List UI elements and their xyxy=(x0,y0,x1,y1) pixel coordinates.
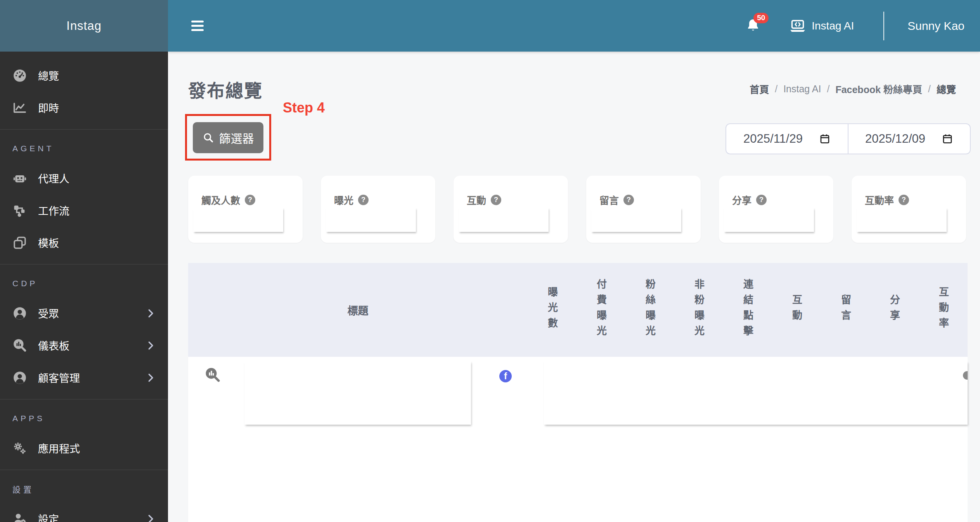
topbar: 50 Instag AI Sunny Kao xyxy=(168,0,980,52)
help-icon[interactable]: ? xyxy=(623,195,634,205)
help-icon[interactable]: ? xyxy=(245,195,255,205)
stat-value-placeholder xyxy=(459,207,549,232)
sidebar-nav: 總覽 即時 AGENT 代理人 工作流 xyxy=(0,52,168,522)
sidebar-item-customer-management[interactable]: 顧客管理 xyxy=(0,361,168,394)
instag-ai-label: Instag AI xyxy=(812,20,854,32)
sidebar-item-label: 受眾 xyxy=(38,306,59,321)
sidebar-item-settings[interactable]: 設定 xyxy=(0,503,168,522)
facebook-icon: f xyxy=(499,370,512,382)
help-icon[interactable]: ? xyxy=(358,195,369,205)
sidebar-section-settings: 設置 xyxy=(0,475,168,503)
page-title: 發布總覽 xyxy=(188,76,263,102)
start-date-input[interactable]: 2025/11/29 xyxy=(725,123,848,154)
sidebar-item-templates[interactable]: 模板 xyxy=(0,226,168,259)
sidebar-item-audience[interactable]: 受眾 xyxy=(0,297,168,329)
sidebar-item-label: 模板 xyxy=(38,235,59,250)
chevron-right-icon xyxy=(145,340,156,351)
end-date-input[interactable]: 2025/12/09 xyxy=(848,123,971,154)
breadcrumb-separator: / xyxy=(928,83,931,95)
help-icon[interactable]: ? xyxy=(491,195,501,205)
sidebar-item-label: 顧客管理 xyxy=(38,370,80,385)
table-header: 標題 曝光數 付費曝光 粉絲曝光 非粉曝光 連結點擊 互動 留言 分享 互動率 xyxy=(188,263,968,357)
sidebar-item-label: 代理人 xyxy=(38,171,69,186)
column-header-impressions: 曝光數 xyxy=(528,263,577,357)
date-range-picker: 2025/11/29 2025/12/09 xyxy=(725,123,971,154)
chevron-right-icon xyxy=(145,513,156,522)
chevron-right-icon xyxy=(145,308,156,319)
end-date-value: 2025/12/09 xyxy=(865,132,925,146)
stat-card-label: 觸及人數 xyxy=(201,193,240,207)
stat-card-label: 留言 xyxy=(599,193,619,207)
analytics-search-icon[interactable] xyxy=(204,367,221,383)
sidebar-divider xyxy=(0,399,168,399)
stat-cards: 觸及人數? 曝光? 互動? 留言? 分享? 互動率? xyxy=(188,176,966,243)
sidebar-section-agent: AGENT xyxy=(0,135,168,162)
sidebar-item-label: 總覽 xyxy=(38,68,59,83)
search-icon xyxy=(203,132,214,143)
stat-card-label: 互動 xyxy=(467,193,486,207)
breadcrumb-home[interactable]: 首頁 xyxy=(750,82,769,96)
sidebar-item-label: 工作流 xyxy=(38,203,69,218)
topbar-divider xyxy=(883,12,884,40)
column-header-nonfan-impressions: 非粉曝光 xyxy=(674,263,723,357)
table-row: f xyxy=(188,357,968,522)
stat-card-comments: 留言? xyxy=(586,176,701,243)
calendar-icon[interactable] xyxy=(942,133,953,145)
brand-logo[interactable]: Instag xyxy=(0,0,168,52)
column-header-fan-impressions: 粉絲曝光 xyxy=(625,263,674,357)
start-date-value: 2025/11/29 xyxy=(743,132,803,146)
dashboard-gauge-icon xyxy=(12,68,29,83)
app-root: Instag 總覽 即時 AGENT 代理人 xyxy=(0,0,980,522)
sidebar-item-label: 應用程式 xyxy=(38,441,80,456)
sidebar-divider xyxy=(0,129,168,130)
notifications-button[interactable]: 50 xyxy=(746,17,761,35)
stat-value-placeholder xyxy=(326,207,416,232)
stat-card-engagement-rate: 互動率? xyxy=(852,176,966,243)
gears-icon xyxy=(12,441,29,456)
sidebar-item-workflow[interactable]: 工作流 xyxy=(0,194,168,226)
post-title-placeholder xyxy=(244,361,471,425)
sidebar-item-agents[interactable]: 代理人 xyxy=(0,162,168,194)
column-header-engagement: 互動 xyxy=(772,263,821,357)
stat-card-reach: 觸及人數? xyxy=(188,176,303,243)
column-header-engagement-rate: 互動率 xyxy=(919,263,968,357)
sidebar-item-applications[interactable]: 應用程式 xyxy=(0,432,168,464)
help-icon[interactable]: ? xyxy=(756,195,767,205)
help-icon[interactable]: ? xyxy=(899,195,909,205)
laptop-code-icon xyxy=(789,18,806,34)
breadcrumb-separator: / xyxy=(827,83,829,95)
stat-value-placeholder xyxy=(591,207,681,232)
column-header-comments: 留言 xyxy=(821,263,870,357)
sidebar-divider xyxy=(0,470,168,470)
breadcrumb-facebook-pages[interactable]: Facebook 粉絲專頁 xyxy=(835,82,922,96)
stat-card-label: 分享 xyxy=(732,193,751,207)
notification-count-badge: 50 xyxy=(753,13,769,23)
realtime-chart-icon xyxy=(12,100,29,116)
calendar-icon[interactable] xyxy=(819,133,831,145)
filter-button[interactable]: 篩選器 xyxy=(193,122,263,153)
sidebar-item-label: 儀表板 xyxy=(38,338,69,353)
breadcrumb-instag-ai[interactable]: Instag AI xyxy=(783,83,821,95)
stat-card-shares: 分享? xyxy=(719,176,833,243)
stat-value-placeholder xyxy=(193,207,283,232)
audience-person-icon xyxy=(12,306,29,321)
template-icon xyxy=(12,235,29,251)
column-header-shares: 分享 xyxy=(870,263,919,357)
instag-ai-link[interactable]: Instag AI xyxy=(789,18,854,34)
breadcrumb: 首頁 / Instag AI / Facebook 粉絲專頁 / 總覽 xyxy=(750,82,956,96)
sidebar-item-overview[interactable]: 總覽 xyxy=(0,59,168,92)
column-header-link-clicks: 連結點擊 xyxy=(723,263,772,357)
sidebar-divider xyxy=(0,264,168,264)
sidebar-item-label: 即時 xyxy=(38,100,59,115)
stat-card-label: 互動率 xyxy=(865,193,894,207)
breadcrumb-separator: / xyxy=(775,83,777,95)
column-header-paid-impressions: 付費曝光 xyxy=(577,263,625,357)
menu-toggle-icon[interactable] xyxy=(191,18,204,33)
analytics-search-icon xyxy=(12,338,29,353)
sidebar: Instag 總覽 即時 AGENT 代理人 xyxy=(0,0,168,522)
stat-card-impressions: 曝光? xyxy=(321,176,435,243)
user-menu[interactable]: Sunny Kao xyxy=(907,19,964,33)
step-annotation: Step 4 xyxy=(283,100,325,116)
sidebar-item-realtime[interactable]: 即時 xyxy=(0,92,168,124)
sidebar-item-dashboards[interactable]: 儀表板 xyxy=(0,329,168,361)
